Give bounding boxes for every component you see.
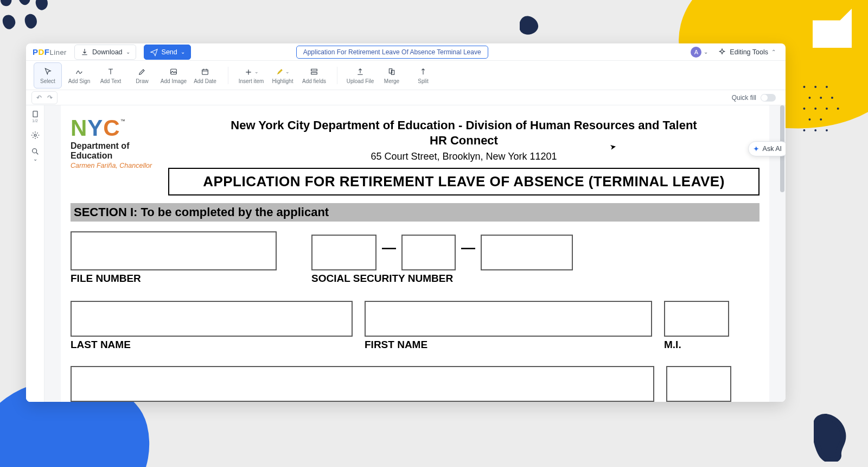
editing-tools-button[interactable]: Editing Tools ⌃ [714,46,779,59]
select-tool[interactable]: Select [34,62,62,89]
insert-item-label: Insert item [239,78,264,84]
settings-button[interactable] [31,131,40,140]
file-number-field[interactable] [71,231,277,270]
canvas[interactable]: ➤ ✦ Ask AI NYC™ Department of Education … [44,105,786,402]
street-address-field[interactable] [71,366,654,402]
doc-address: 65 Court Street, Brooklyn, New York 1120… [168,151,760,162]
svg-rect-4 [389,69,392,73]
draw-tool[interactable]: Draw [128,62,156,89]
text-icon [106,66,115,77]
chevron-up-icon: ⌃ [771,49,776,55]
first-name-field[interactable] [365,301,652,337]
nyc-doe-logo: NYC™ Department of Education Carmen Fari… [71,118,157,195]
merge-tool[interactable]: Merge [378,62,406,89]
logo-chancellor: Carmen Fariña, Chancellor [71,162,157,169]
chevron-down-icon: ⌄ [181,49,185,55]
apt-field[interactable] [666,366,731,402]
merge-icon [387,66,396,77]
add-image-label: Add Image [161,78,187,84]
svg-rect-5 [391,70,394,74]
download-button[interactable]: Download ⌄ [74,45,136,60]
download-label: Download [92,48,123,56]
split-label: Split [418,78,428,84]
send-label: Send [162,48,177,56]
add-date-tool[interactable]: Add Date [191,62,219,89]
add-sign-tool[interactable]: Add Sign [65,62,93,89]
upload-file-tool[interactable]: Upload File [346,62,374,89]
workarea: 1/2 ⌄ ➤ ✦ Ask AI NYC™ [26,105,786,402]
pages-panel-button[interactable]: 1/2 [31,110,40,123]
add-fields-tool[interactable]: Add fields [300,62,328,89]
logo-line2: Education [71,151,157,161]
gear-icon [31,131,40,140]
toggle-icon [761,94,776,102]
document-title-pill[interactable]: Application For Retirement Leave Of Abse… [296,46,488,59]
first-name-group: FIRST NAME [365,301,652,351]
split-icon [419,66,427,77]
last-name-group: LAST NAME [71,301,353,351]
chevron-down-icon: ⌄ [33,156,37,162]
add-sign-label: Add Sign [68,78,91,84]
page-indicator: 1/2 [32,118,38,123]
image-icon [169,66,178,77]
ssn-field-3[interactable] [481,235,573,270]
document-header: NYC™ Department of Education Carmen Fari… [71,118,760,195]
svg-rect-0 [171,69,177,74]
sparkle-icon: ✦ [753,144,760,153]
mi-field[interactable] [664,301,729,337]
mi-label: M.I. [664,339,729,351]
highlight-tool[interactable]: ⌄ Highlight [269,62,297,89]
calendar-icon [201,66,209,77]
document-page: NYC™ Department of Education Carmen Fari… [61,105,769,402]
file-number-label: FILE NUMBER [71,273,277,285]
decor-dots: • • • • • •• • • • • •• • • [803,81,852,147]
decor-navy-top-left [0,0,62,41]
ssn-field-2[interactable] [401,235,456,270]
topbar-right: A ⌄ Editing Tools ⌃ [691,46,779,59]
avatar: A [691,47,701,58]
toolbar: Select Add Sign Add Text Draw Add Image … [26,61,786,90]
send-button[interactable]: Send ⌄ [144,45,191,60]
pdf-editor-app: PDFLiner Download ⌄ Send ⌄ Application F… [26,43,786,402]
svg-rect-2 [311,69,317,71]
quick-fill-toggle[interactable]: Quick fill [732,94,780,102]
mi-group: M.I. [664,301,729,351]
select-label: Select [40,78,55,84]
user-menu[interactable]: A ⌄ [691,47,708,58]
ssn-field-1[interactable] [311,235,376,270]
undo-button[interactable]: ↶ [34,93,44,103]
draw-label: Draw [136,78,148,84]
decor-navy-bottom-right [814,413,852,462]
split-tool[interactable]: Split [409,62,437,89]
dash: — [461,239,475,256]
topbar: PDFLiner Download ⌄ Send ⌄ Application F… [26,43,786,61]
zoom-button[interactable]: ⌄ [31,147,40,162]
add-date-label: Add Date [194,78,216,84]
add-text-tool[interactable]: Add Text [97,62,125,89]
street-address-group: STREET ADDRESS [71,366,654,402]
left-side-tools: 1/2 ⌄ [26,105,44,402]
cursor-icon [43,66,52,77]
ssn-group: — — SOCIAL SECURITY NUMBER [311,235,573,285]
send-icon [150,48,158,56]
doc-title2: HR Connect [168,134,760,148]
page-icon [31,110,40,118]
add-fields-label: Add fields [302,78,326,84]
row-file-ssn: FILE NUMBER — — SOCIAL SECURITY NUMBER [71,231,760,285]
first-name-label: FIRST NAME [365,339,652,351]
insert-item-tool[interactable]: ＋⌄ Insert item [237,62,265,89]
add-image-tool[interactable]: Add Image [159,62,188,89]
section-1-header: SECTION I: To be completed by the applic… [71,203,760,222]
add-text-label: Add Text [100,78,122,84]
document-title-block: New York City Department of Education - … [168,118,760,195]
logo-line1: Department of [71,141,157,151]
file-number-group: FILE NUMBER [71,231,277,285]
last-name-label: LAST NAME [71,339,353,351]
apt-group: APT. [666,366,731,402]
svg-point-8 [32,149,36,153]
redo-button[interactable]: ↷ [45,93,55,103]
highlighter-icon: ⌄ [276,66,290,77]
ask-ai-button[interactable]: ✦ Ask AI [748,141,786,156]
svg-rect-3 [311,72,317,74]
last-name-field[interactable] [71,301,353,337]
